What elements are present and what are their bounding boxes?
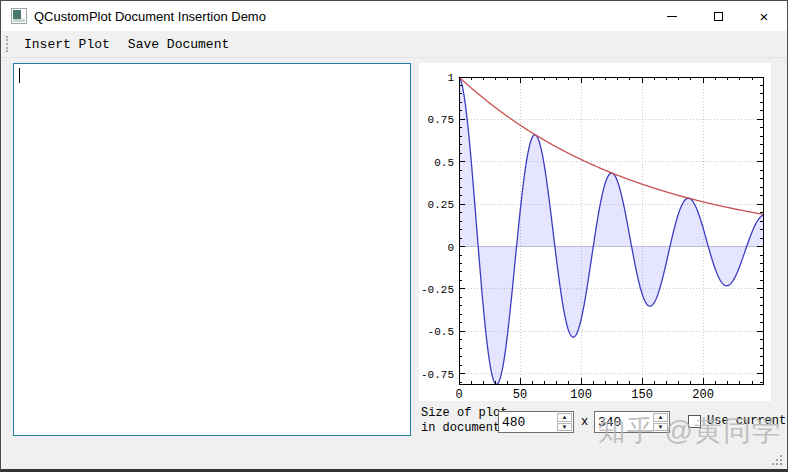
resize-grip[interactable] bbox=[772, 455, 782, 465]
app-icon-base-shape bbox=[13, 19, 25, 22]
maximize-icon bbox=[714, 12, 723, 21]
svg-text:100: 100 bbox=[570, 388, 592, 401]
svg-text:200: 200 bbox=[692, 388, 714, 401]
height-spin-down-button[interactable]: ▼ bbox=[653, 423, 668, 432]
spin-down-icon: ▼ bbox=[658, 424, 664, 430]
maximize-button[interactable] bbox=[695, 1, 741, 31]
svg-text:0: 0 bbox=[455, 388, 462, 401]
window-controls: × bbox=[649, 1, 787, 31]
toolbar-drag-handle[interactable] bbox=[6, 36, 8, 52]
size-of-plot-label: Size of plot in document: bbox=[421, 406, 507, 436]
plot-height-spin-buttons: ▲ ▼ bbox=[652, 412, 669, 432]
use-current-label: Use current bbox=[707, 414, 786, 428]
minimize-button[interactable] bbox=[649, 1, 695, 31]
svg-text:0.75: 0.75 bbox=[428, 114, 454, 126]
height-spin-up-button[interactable]: ▲ bbox=[653, 413, 668, 422]
width-spin-up-button[interactable]: ▲ bbox=[557, 413, 572, 422]
use-current-checkbox[interactable] bbox=[688, 415, 701, 428]
app-window: QCustomPlot Document Insertion Demo × In… bbox=[0, 0, 788, 472]
size-separator-label: x bbox=[581, 415, 588, 429]
minimize-icon bbox=[667, 16, 677, 17]
plot-width-spinbox: ▲ ▼ bbox=[498, 411, 574, 433]
svg-text:0.25: 0.25 bbox=[428, 199, 454, 211]
svg-text:0: 0 bbox=[447, 242, 454, 254]
spin-up-icon: ▲ bbox=[658, 414, 664, 420]
close-button[interactable]: × bbox=[741, 1, 787, 31]
svg-text:-0.5: -0.5 bbox=[428, 326, 454, 338]
plot-height-input[interactable] bbox=[595, 412, 652, 432]
svg-text:150: 150 bbox=[631, 388, 653, 401]
app-icon bbox=[11, 8, 27, 24]
plot-width-spin-buttons: ▲ ▼ bbox=[556, 412, 573, 432]
plot-widget[interactable]: 050100150200-0.75-0.5-0.2500.250.50.751 bbox=[419, 63, 771, 401]
window-title: QCustomPlot Document Insertion Demo bbox=[34, 9, 266, 24]
document-editor[interactable] bbox=[13, 63, 411, 436]
toolbar: Insert Plot Save Document bbox=[1, 31, 787, 58]
size-label-line1: Size of plot bbox=[421, 406, 507, 421]
title-bar: QCustomPlot Document Insertion Demo × bbox=[1, 1, 787, 31]
save-document-button[interactable]: Save Document bbox=[119, 34, 238, 55]
plot-canvas: 050100150200-0.75-0.5-0.2500.250.50.751 bbox=[419, 63, 771, 401]
width-spin-down-button[interactable]: ▼ bbox=[557, 423, 572, 432]
svg-text:-0.25: -0.25 bbox=[421, 284, 454, 296]
svg-text:0.5: 0.5 bbox=[434, 157, 454, 169]
plot-height-spinbox: ▲ ▼ bbox=[594, 411, 670, 433]
size-label-line2: in document: bbox=[421, 421, 507, 436]
insert-plot-button[interactable]: Insert Plot bbox=[15, 34, 119, 55]
spin-up-icon: ▲ bbox=[562, 414, 568, 420]
svg-text:1: 1 bbox=[447, 72, 454, 84]
close-icon: × bbox=[760, 9, 769, 24]
app-icon-plot-shape bbox=[13, 10, 21, 19]
plot-width-input[interactable] bbox=[499, 412, 556, 432]
text-caret bbox=[19, 68, 20, 83]
svg-text:50: 50 bbox=[513, 388, 527, 401]
svg-text:-0.75: -0.75 bbox=[421, 369, 454, 381]
spin-down-icon: ▼ bbox=[562, 424, 568, 430]
